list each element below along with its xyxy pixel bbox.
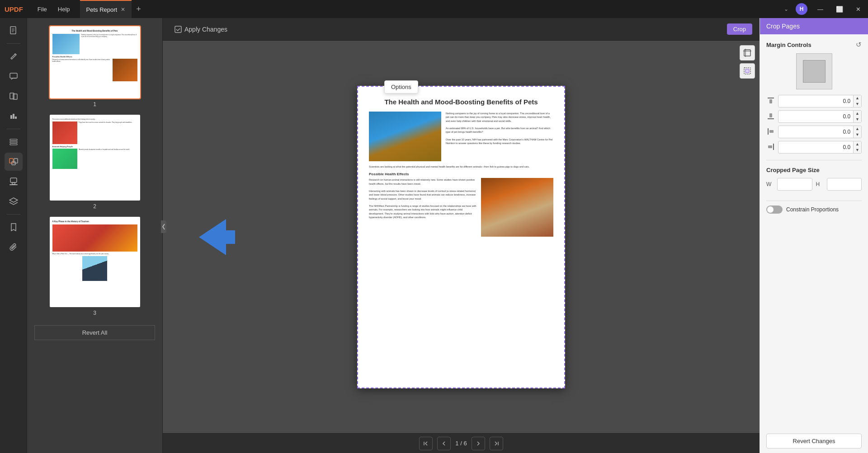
crop-width-input[interactable] <box>778 179 812 189</box>
page-main-title: The Health and Mood-Boosting Benefits of… <box>369 98 553 107</box>
document-icon[interactable] <box>5 22 23 40</box>
first-page-button[interactable] <box>419 437 433 450</box>
separator-2 <box>7 129 20 129</box>
svg-rect-17 <box>12 182 15 184</box>
constrain-label: Constrain Proportions <box>786 206 839 213</box>
stamp-icon[interactable] <box>5 173 23 191</box>
revert-all-container: Revert All <box>27 320 162 344</box>
apply-changes-button[interactable]: Apply Changes <box>170 23 232 36</box>
svg-rect-28 <box>769 99 772 103</box>
crop-header-label: Crop Pages <box>766 23 800 30</box>
margin-right-input[interactable] <box>778 142 853 152</box>
page-area: The Health and Mood-Boosting Benefits of… <box>163 41 760 433</box>
svg-rect-9 <box>15 117 17 119</box>
tools-icon[interactable] <box>5 133 23 151</box>
margin-left-row: ▲ ▼ <box>766 126 862 138</box>
options-popup[interactable]: Options <box>384 80 418 93</box>
margin-left-stepper: ▲ ▼ <box>853 126 861 138</box>
comment-icon[interactable] <box>5 67 23 85</box>
separator-3 <box>7 214 20 215</box>
margin-right-stepper: ▲ ▼ <box>853 141 861 153</box>
thumbnail-page-3[interactable]: A Key Phase in the History of Tourism Wh… <box>27 213 162 320</box>
margin-bottom-increment[interactable]: ▲ <box>854 111 861 117</box>
margin-bottom-decrement[interactable]: ▼ <box>854 117 861 122</box>
thumb-title-1: The Health and Mood-Boosting Benefits of… <box>52 30 137 33</box>
svg-rect-24 <box>745 69 749 73</box>
margin-right-decrement[interactable]: ▼ <box>854 147 861 153</box>
svg-rect-16 <box>10 178 17 182</box>
chart-icon[interactable] <box>5 107 23 125</box>
crop-height-label: H <box>816 181 823 187</box>
right-panel: Crop Pages Margin Controls ↺ <box>760 18 868 453</box>
margin-left-input[interactable] <box>778 127 853 137</box>
margin-top-increment[interactable]: ▲ <box>854 95 861 101</box>
page-indicator: 1 / 6 <box>455 440 467 447</box>
thumbnail-panel: The Health and Mood-Boosting Benefits of… <box>27 18 163 453</box>
crop-width-label: W <box>766 181 774 187</box>
blue-arrow-indicator <box>199 219 235 255</box>
margin-right-increment[interactable]: ▲ <box>854 141 861 147</box>
bookmark-icon[interactable] <box>5 218 23 236</box>
attachment-icon[interactable] <box>5 238 23 256</box>
constrain-toggle[interactable] <box>766 205 783 214</box>
page-dog-cat-image <box>481 178 553 237</box>
last-page-button[interactable] <box>490 437 503 450</box>
margin-left-icon <box>766 128 775 136</box>
page-tool-icons <box>740 45 755 79</box>
margin-top-input[interactable] <box>778 96 853 106</box>
margin-right-icon <box>766 143 775 152</box>
margin-top-stepper: ▲ ▼ <box>853 95 861 107</box>
margin-right-row: ▲ ▼ <box>766 141 862 154</box>
toggle-thumb <box>767 206 774 213</box>
svg-rect-31 <box>768 128 769 135</box>
page-full-text: Scientists are looking at what the poten… <box>369 165 553 168</box>
edit-pencil-icon[interactable] <box>5 47 23 65</box>
thumb-image-3: A Key Phase in the History of Tourism Wh… <box>50 217 140 307</box>
page-cat-image <box>369 112 441 161</box>
page-intro-section: Nothing compares to the joy of coming ho… <box>369 112 553 161</box>
crop-height-input[interactable] <box>827 179 862 189</box>
add-tab-button[interactable]: + <box>132 5 146 14</box>
svg-rect-32 <box>769 130 774 133</box>
menu-file[interactable]: File <box>32 0 52 18</box>
margin-bottom-input[interactable] <box>778 112 853 121</box>
thumbnail-page-2[interactable]: This section covers additional animals a… <box>27 111 162 213</box>
revert-all-button[interactable]: Revert All <box>34 325 155 340</box>
margin-top-row: ▲ ▼ <box>766 95 862 107</box>
margin-top-input-wrap: ▲ ▼ <box>778 95 862 107</box>
page-intro-text: Nothing compares to the joy of coming ho… <box>446 112 553 161</box>
svg-rect-11 <box>10 141 17 143</box>
thumbnail-page-1[interactable]: The Health and Mood-Boosting Benefits of… <box>27 23 162 111</box>
apply-changes-label: Apply Changes <box>184 26 227 33</box>
restore-button[interactable]: ⬜ <box>833 6 846 13</box>
crop-width-row: W ▲ ▼ H ▲ ▼ <box>766 178 862 191</box>
tab-close-button[interactable]: ✕ <box>121 6 125 13</box>
crop-alt-icon[interactable] <box>740 63 755 79</box>
page-section-text: Research on human-animal interactions is… <box>369 178 476 237</box>
left-toolbar <box>0 18 27 453</box>
prev-page-button[interactable] <box>437 437 451 450</box>
svg-rect-18 <box>9 184 18 185</box>
dropdown-icon[interactable]: ⌄ <box>784 6 788 12</box>
layers-icon[interactable] <box>5 192 23 210</box>
crop-button[interactable]: Crop <box>727 23 752 35</box>
panel-collapse-button[interactable] <box>161 220 166 233</box>
active-tab[interactable]: Pets Report ✕ <box>80 0 132 18</box>
next-page-button[interactable] <box>472 437 485 450</box>
close-button[interactable]: ✕ <box>853 6 863 13</box>
svg-rect-7 <box>10 115 12 119</box>
revert-changes-button[interactable]: Revert Changes <box>766 434 862 448</box>
margin-left-decrement[interactable]: ▼ <box>854 132 861 138</box>
minimize-button[interactable]: — <box>815 6 826 13</box>
menu-help[interactable]: Help <box>52 0 75 18</box>
margin-left-increment[interactable]: ▲ <box>854 126 861 132</box>
page-bottom-section: Research on human-animal interactions is… <box>369 178 553 237</box>
margin-top-decrement[interactable]: ▼ <box>854 101 861 107</box>
organize-pages-icon[interactable] <box>5 153 23 171</box>
constrain-proportions-row: Constrain Proportions <box>760 201 868 218</box>
crop-mode-icon[interactable] <box>740 45 755 61</box>
margin-preview-inner <box>803 60 826 83</box>
pages-icon[interactable] <box>5 87 23 105</box>
thumb-page-number-3: 3 <box>93 310 96 316</box>
margin-reset-button[interactable]: ↺ <box>856 41 862 49</box>
